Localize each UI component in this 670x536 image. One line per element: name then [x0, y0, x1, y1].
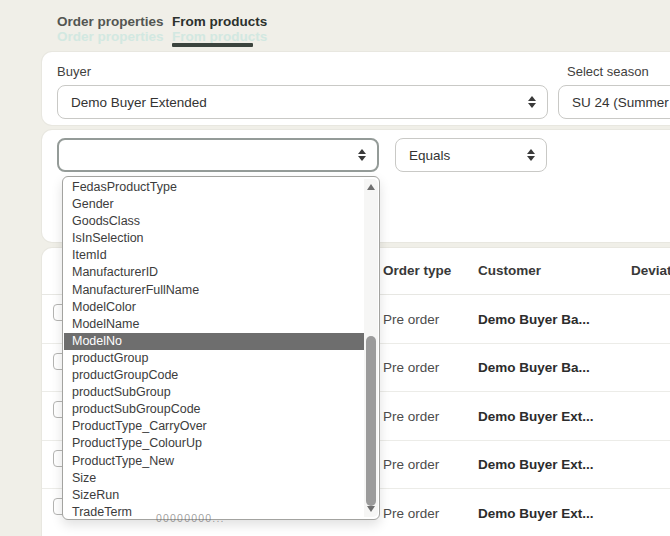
buyer-select[interactable]: Demo Buyer Extended — [57, 85, 548, 119]
dropdown-option[interactable]: productGroupCode — [64, 367, 365, 384]
tab-ghost-from-products: From products — [172, 29, 267, 44]
order-type-cell: Pre order — [383, 360, 439, 375]
operator-select[interactable]: Equals — [395, 138, 547, 172]
customer-cell: Demo Buyer Ext... — [478, 506, 594, 521]
dropdown-option[interactable]: productGroup — [64, 350, 365, 367]
dropdown-scrollbar[interactable] — [364, 179, 378, 517]
tab-ghost-order-properties: Order properties — [57, 29, 164, 44]
tab-order-properties[interactable]: Order properties — [57, 14, 164, 29]
dropdown-option[interactable]: ManufacturerID — [64, 264, 365, 281]
screen: Order properties From products Order pro… — [0, 0, 670, 536]
dropdown-option[interactable]: ItemId — [64, 247, 365, 264]
customer-cell: Demo Buyer Ext... — [478, 457, 594, 472]
dropdown-option[interactable]: ProductType_ColourUp — [64, 435, 365, 452]
dropdown-option[interactable]: FedasProductType — [64, 179, 365, 196]
dropdown-option[interactable]: productSubGroup — [64, 384, 365, 401]
hidden-order-number-fragment: 00000000... — [156, 512, 225, 524]
customer-cell: Demo Buyer Ext... — [478, 408, 594, 423]
dropdown-option[interactable]: ModelColor — [64, 299, 365, 316]
customer-cell: Demo Buyer Ba... — [478, 311, 590, 326]
dropdown-option[interactable]: ProductType_New — [64, 453, 365, 470]
order-type-cell: Pre order — [383, 457, 439, 472]
operator-select-value: Equals — [409, 148, 450, 163]
dropdown-option[interactable]: ProductType_CarryOver — [64, 418, 365, 435]
scroll-down-icon[interactable] — [367, 506, 375, 512]
dropdown-option[interactable]: IsInSelection — [64, 230, 365, 247]
column-header-deviation: Deviatio — [631, 263, 670, 278]
stepper-icon — [527, 149, 535, 161]
season-select[interactable]: SU 24 (Summer 2 — [558, 85, 670, 119]
column-header-customer: Customer — [478, 263, 541, 278]
attribute-dropdown-list: FedasProductType Gender GoodsClass IsInS… — [64, 179, 365, 521]
attribute-select[interactable] — [57, 138, 379, 172]
dropdown-option[interactable]: productSubGroupCode — [64, 401, 365, 418]
dropdown-option-selected[interactable]: ModelNo — [64, 333, 365, 350]
scrollbar-thumb[interactable] — [366, 336, 376, 506]
dropdown-option[interactable]: ModelName — [64, 316, 365, 333]
dropdown-option[interactable]: Gender — [64, 196, 365, 213]
order-type-cell: Pre order — [383, 408, 439, 423]
order-type-cell: Pre order — [383, 311, 439, 326]
tab-from-products[interactable]: From products — [172, 14, 267, 29]
season-select-value: SU 24 (Summer 2 — [572, 95, 670, 110]
buyer-label: Buyer — [57, 64, 91, 79]
stepper-icon — [358, 149, 366, 161]
order-type-cell: Pre order — [383, 506, 439, 521]
customer-cell: Demo Buyer Ba... — [478, 360, 590, 375]
dropdown-option[interactable]: ManufacturerFullName — [64, 282, 365, 299]
dropdown-option[interactable]: SizeRun — [64, 487, 365, 504]
column-header-order-type: Order type — [383, 263, 451, 278]
active-tab-underline — [172, 43, 253, 47]
scroll-up-icon[interactable] — [367, 184, 375, 190]
buyer-select-value: Demo Buyer Extended — [71, 95, 207, 110]
dropdown-option[interactable]: GoodsClass — [64, 213, 365, 230]
stepper-icon — [528, 96, 536, 108]
dropdown-option[interactable]: Size — [64, 470, 365, 487]
season-label: Select season — [567, 64, 649, 79]
attribute-dropdown-listbox: FedasProductType Gender GoodsClass IsInS… — [62, 176, 380, 520]
